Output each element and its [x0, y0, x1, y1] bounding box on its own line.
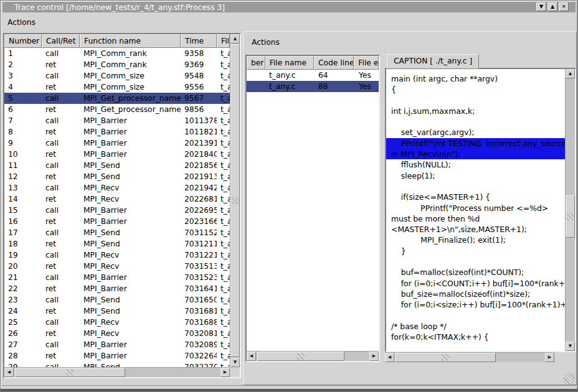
trace-table-row[interactable]: 28retMPI_Barrier7032264t_a	[4, 350, 230, 362]
scroll-left-button[interactable]: ◀	[385, 353, 394, 362]
trace-table-row[interactable]: 20retMPI_Recv7031513t_a	[4, 261, 230, 272]
code-line	[386, 310, 565, 321]
trace-table-row[interactable]: 9callMPI_Barrier2021391t_a	[4, 138, 230, 149]
table-cell: 7031650	[181, 294, 217, 306]
trace-table-row[interactable]: 19callMPI_Recv7031221t_a	[4, 250, 230, 261]
table-cell: 7031688	[181, 317, 217, 328]
file-table: berFile nameCode lineFile e t_any.c64Yes…	[245, 55, 380, 362]
code-line: sleep(1);	[386, 170, 565, 181]
scroll-right-button[interactable]: ▶	[369, 352, 379, 361]
trace-table-row[interactable]: 12retMPI_Send2021913t_a	[4, 171, 230, 182]
trace-table-row[interactable]: 18retMPI_Send7031211t_a	[4, 238, 230, 250]
table-cell: t_a	[217, 48, 230, 59]
scroll-left-button[interactable]: ◀	[247, 352, 256, 361]
table-cell: 7032264	[181, 350, 217, 362]
trace-table-row[interactable]: 27callMPI_Barrier7032089t_a	[4, 339, 230, 350]
table-cell: t_a	[217, 182, 230, 194]
column-header[interactable]: Call/Ret	[42, 34, 80, 48]
scroll-down-button[interactable]: ▼	[566, 342, 575, 351]
table-cell: 17	[4, 227, 42, 238]
trace-table-row[interactable]: 29callMPI_Send7032270t_a	[4, 362, 230, 367]
trace-table-row[interactable]: 1callMPI_Comm_rank9358t_a	[4, 48, 230, 59]
table-cell: 1011378	[181, 115, 217, 126]
code-panel: CAPTION [ ./t_any.c ] main (int argc, ch…	[385, 54, 576, 362]
trace-table-row[interactable]: 3callMPI_Comm_size9548t_a	[4, 70, 230, 82]
table-cell: MPI_Recv	[80, 194, 181, 205]
trace-table-row[interactable]: 16retMPI_Barrier2023166t_a	[4, 216, 230, 227]
trace-hscrollbar[interactable]: ◀ ▶	[4, 367, 230, 377]
file-table-row[interactable]: t_any.c88Yes	[247, 81, 379, 92]
scroll-up-button[interactable]: ▲	[566, 69, 575, 78]
trace-table-row[interactable]: 17callMPI_Send7031152t_a	[4, 227, 230, 238]
trace-table-row[interactable]: 2retMPI_Comm_rank9369t_a	[4, 59, 230, 70]
code-hscrollbar-thumb[interactable]	[395, 353, 496, 362]
code-vscrollbar[interactable]: ▲ ▼	[565, 69, 575, 351]
trace-table-row[interactable]: 11callMPI_Send2021856t_a	[4, 160, 230, 171]
resize-grip[interactable]	[564, 373, 575, 385]
table-cell: 2021391	[181, 138, 217, 149]
table-cell: 7032089	[181, 339, 217, 350]
trace-table-row[interactable]: 22retMPI_Barrier7031641t_a	[4, 283, 230, 294]
table-cell: ret	[42, 261, 80, 272]
close-button[interactable]: ✕	[559, 2, 569, 11]
trace-table-row[interactable]: 15callMPI_Barrier2022695t_a	[4, 205, 230, 216]
trace-table-row[interactable]: 26retMPI_Recv7032081t_a	[4, 328, 230, 339]
code-line: PPrintf("Process number <=%d>	[386, 203, 565, 213]
table-cell: MPI_Get_processor_name	[80, 93, 181, 104]
trace-table-row[interactable]: 7callMPI_Barrier1011378t_a	[4, 115, 230, 126]
table-cell: t_a	[217, 93, 230, 104]
file-table-row[interactable]: t_any.c64Yes	[247, 70, 379, 81]
scroll-left-button[interactable]: ◀	[4, 368, 14, 377]
table-cell: t_a	[217, 70, 230, 82]
code-hscrollbar[interactable]: ◀ ▶	[385, 352, 554, 362]
trace-table-row[interactable]: 5callMPI_Get_processor_name9567t_a	[4, 93, 230, 104]
trace-table-row[interactable]: 10retMPI_Barrier2021840t_a	[4, 149, 230, 160]
code-vscrollbar-thumb[interactable]	[566, 195, 575, 238]
table-cell: 2	[4, 59, 42, 70]
trace-table-row[interactable]: 13callMPI_Recv2021942t_a	[4, 182, 230, 194]
file-hscrollbar-thumb[interactable]	[257, 352, 344, 361]
menu-actions-inner[interactable]: Actions	[252, 38, 280, 47]
column-header[interactable]: Time	[181, 34, 217, 48]
file-hscrollbar[interactable]: ◀ ▶	[247, 351, 379, 361]
trace-table-row[interactable]: 25callMPI_Recv7031688t_a	[4, 317, 230, 328]
trace-table-row[interactable]: 24retMPI_Send7031681t_a	[4, 306, 230, 317]
column-header[interactable]: ber	[247, 56, 265, 70]
column-header[interactable]: Code line	[314, 56, 354, 70]
trace-table-row[interactable]: 14retMPI_Recv2022681t_a	[4, 194, 230, 205]
column-header[interactable]: Function name	[80, 34, 181, 48]
trace-table-row[interactable]: 21callMPI_Barrier7031523t_a	[4, 272, 230, 283]
scroll-right-button[interactable]: ▶	[220, 368, 230, 377]
column-header[interactable]: File name	[265, 56, 314, 70]
table-cell: call	[42, 160, 80, 171]
code-text-area[interactable]: main (int argc, char **argv){int i,j,sum…	[385, 68, 576, 352]
tab-caption[interactable]: CAPTION [ ./t_any.c ]	[387, 54, 479, 68]
trace-hscrollbar-thumb[interactable]	[15, 368, 125, 377]
trace-table-row[interactable]: 8retMPI_Barrier1011821t_a	[4, 126, 230, 138]
trace-table-row[interactable]: 4retMPI_Comm_size9556t_a	[4, 82, 230, 93]
table-cell: 2021942	[181, 182, 217, 194]
trace-table-row[interactable]: 6retMPI_Get_processor_name9856t_a	[4, 104, 230, 115]
trace-vscrollbar[interactable]: ▲ ▼	[230, 34, 240, 367]
table-cell: t_any.c	[265, 70, 315, 81]
table-cell: t_any.c	[265, 81, 315, 92]
trace-table-row[interactable]: 23callMPI_Send7031650t_a	[4, 294, 230, 306]
scroll-up-button[interactable]: ▲	[230, 34, 240, 44]
arrow-left-icon: ◀	[250, 353, 253, 358]
menu-actions[interactable]: Actions	[7, 18, 36, 27]
column-header[interactable]: File e	[354, 56, 379, 70]
table-cell: MPI_Send	[80, 294, 181, 306]
table-cell: call	[42, 272, 80, 283]
titlebar[interactable]: Trace control [/home/new_tests/r_4/t_any…	[2, 2, 576, 12]
table-cell: 2021840	[181, 149, 217, 160]
trace-vscrollbar-thumb[interactable]	[230, 44, 240, 357]
maximize-button[interactable]: ▲	[547, 2, 557, 11]
column-header[interactable]: Number	[4, 34, 42, 48]
table-cell: 6	[4, 104, 42, 115]
scroll-down-button[interactable]: ▼	[230, 358, 240, 367]
code-line: <MASTER+1>\n",size,MASTER+1);	[386, 224, 565, 235]
table-cell: t_a	[217, 104, 230, 115]
column-header[interactable]: Fil	[217, 34, 230, 48]
minimize-button[interactable]: ▼	[536, 2, 546, 11]
scroll-right-button[interactable]: ▶	[545, 353, 554, 362]
